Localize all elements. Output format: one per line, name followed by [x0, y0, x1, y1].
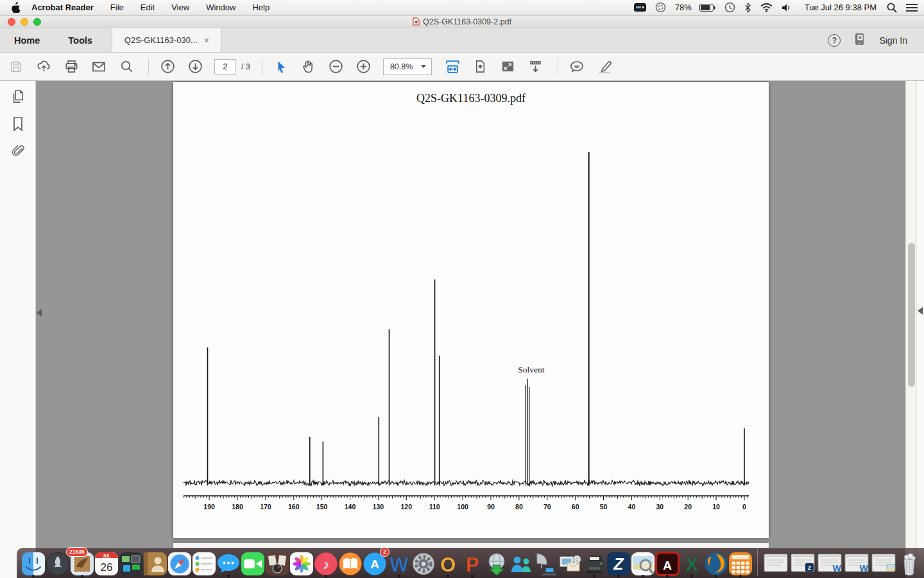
battery-icon[interactable] — [699, 4, 715, 12]
spotlight-icon[interactable] — [887, 3, 897, 13]
input-source-icon[interactable] — [634, 3, 646, 12]
app-menus: FileEditViewWindowHelp — [94, 3, 270, 12]
page-thumbnails-icon[interactable] — [0, 86, 36, 108]
comment-icon[interactable] — [569, 58, 585, 75]
email-icon[interactable] — [90, 58, 107, 75]
dock-finder-icon[interactable] — [21, 549, 46, 576]
help-icon[interactable]: ? — [828, 34, 841, 47]
dock-photo-booth-icon[interactable] — [265, 549, 289, 576]
dock-mail-icon[interactable]: 21536 — [70, 549, 94, 576]
fit-width-icon[interactable] — [445, 58, 461, 75]
svg-text:X: X — [685, 554, 699, 576]
menu-file[interactable]: File — [110, 3, 124, 12]
running-indicator-dot — [739, 575, 742, 577]
tab-document-active[interactable]: Q2S-GK1163-030... × — [112, 28, 222, 52]
zoom-out-icon[interactable] — [328, 58, 345, 75]
fullscreen-icon[interactable] — [500, 58, 517, 75]
wifi-icon[interactable] — [760, 3, 773, 12]
dock-excel-icon[interactable]: X — [680, 549, 704, 576]
save-icon[interactable] — [8, 58, 24, 75]
time-machine-icon[interactable] — [724, 2, 735, 13]
attachments-icon[interactable] — [0, 140, 36, 162]
scrollbar-thumb[interactable] — [908, 243, 915, 387]
dock-word-icon[interactable]: W — [387, 549, 411, 576]
dock-minimized-window-image[interactable] — [870, 549, 897, 576]
dock-minimized-window-word-2[interactable]: W — [843, 549, 870, 576]
bookmarks-icon[interactable] — [0, 113, 36, 135]
select-tool-icon[interactable] — [273, 58, 289, 75]
dock-minimized-window-word-1[interactable]: W — [816, 549, 843, 576]
dock-photos-icon[interactable] — [289, 549, 314, 576]
dock-trash-icon[interactable] — [897, 549, 921, 576]
bluetooth-icon[interactable] — [744, 3, 751, 13]
dock-mission-control-icon[interactable] — [119, 549, 143, 576]
print-icon[interactable] — [63, 58, 80, 75]
dock-system-preferences-icon[interactable] — [411, 549, 436, 576]
dock-outlook-office-icon[interactable]: O — [436, 549, 460, 576]
highlighter-icon[interactable] — [596, 58, 613, 75]
menu-help[interactable]: Help — [252, 3, 270, 12]
dock-facetime-icon[interactable] — [241, 549, 265, 576]
page-number-input[interactable] — [214, 59, 236, 74]
fit-page-icon[interactable] — [472, 58, 489, 75]
notification-center-icon[interactable] — [906, 3, 918, 12]
dock-contacts-icon[interactable] — [143, 549, 167, 576]
menu-window[interactable]: Window — [206, 3, 235, 12]
dock-minimized-window-z-app[interactable]: Z — [789, 549, 816, 576]
zoom-in-icon[interactable] — [355, 58, 372, 75]
previous-page-icon[interactable] — [159, 58, 176, 75]
dock-safari-icon[interactable] — [167, 549, 192, 576]
active-app-name[interactable]: Acrobat Reader — [31, 3, 94, 12]
dock-reminders-icon[interactable] — [192, 549, 216, 576]
mobile-device-icon[interactable] — [855, 33, 865, 48]
dock-calendar-icon[interactable]: JUL26 — [94, 549, 119, 576]
dock-firefox-icon[interactable] — [704, 549, 728, 576]
vertical-scrollbar[interactable] — [905, 81, 916, 578]
menu-status-area: 78% Tue Jul 26 9:38 PM — [634, 2, 924, 13]
dock-z-app-icon[interactable]: Z — [606, 549, 631, 576]
tools-pane-rail — [916, 81, 924, 578]
close-tab-icon[interactable]: × — [204, 35, 209, 46]
dock-printer-icon[interactable] — [582, 549, 606, 576]
dock-web-downloader-icon[interactable] — [484, 549, 509, 576]
running-indicator-dot — [715, 575, 717, 577]
svg-text:90: 90 — [487, 503, 495, 511]
zoom-level-dropdown[interactable]: 80.8% — [383, 58, 432, 75]
tab-home[interactable]: Home — [0, 28, 54, 52]
expand-right-pane-arrow[interactable] — [918, 307, 923, 315]
dock-app-store-icon[interactable]: A2 — [363, 549, 387, 576]
collapse-left-pane-arrow[interactable] — [37, 309, 42, 317]
macos-menu-bar: Acrobat Reader FileEditViewWindowHelp 78… — [0, 0, 924, 15]
scroll-mode-icon[interactable] — [527, 58, 544, 75]
volume-icon[interactable] — [782, 3, 792, 12]
dock-remote-desktop-icon[interactable] — [533, 549, 558, 576]
apple-menu-icon[interactable] — [12, 2, 21, 13]
hand-tool-icon[interactable] — [300, 58, 317, 75]
dock-image-capture-utility-icon[interactable] — [558, 549, 582, 576]
svg-text:♪: ♪ — [323, 557, 330, 572]
window-title-bar[interactable]: Q2S-GK1163-0309-2.pdf — [0, 15, 924, 28]
sync-status-icon[interactable] — [655, 2, 666, 13]
svg-text:120: 120 — [401, 503, 413, 511]
dock-messages-icon[interactable] — [216, 549, 241, 576]
running-indicator-dot — [447, 575, 449, 577]
sign-in-link[interactable]: Sign In — [879, 35, 907, 46]
dock-minimized-window-document[interactable] — [762, 549, 789, 576]
dock-itunes-icon[interactable]: ♪ — [314, 549, 338, 576]
svg-text:160: 160 — [288, 503, 300, 511]
menu-clock[interactable]: Tue Jul 26 9:38 PM — [805, 3, 877, 12]
find-icon[interactable] — [118, 58, 135, 75]
dock-preview-icon[interactable] — [631, 549, 655, 576]
svg-text:JUL: JUL — [103, 554, 110, 558]
share-upload-icon[interactable] — [35, 58, 52, 75]
svg-text:W: W — [859, 563, 868, 574]
dock-powerpoint-icon[interactable]: P — [460, 549, 484, 576]
dock-calculator-icon[interactable] — [728, 549, 753, 576]
menu-view[interactable]: View — [171, 3, 189, 12]
dock-ibooks-icon[interactable] — [338, 549, 363, 576]
next-page-icon[interactable] — [187, 58, 203, 75]
dock-acrobat-reader-icon[interactable]: A — [655, 549, 680, 576]
tab-tools[interactable]: Tools — [54, 28, 107, 52]
menu-edit[interactable]: Edit — [141, 3, 155, 12]
dock-messenger-icon[interactable] — [509, 549, 533, 576]
